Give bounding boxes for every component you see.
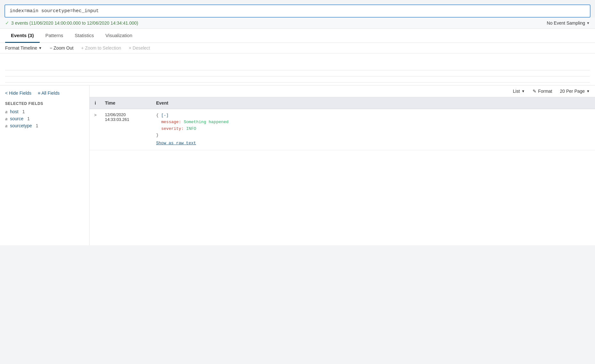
tab-events[interactable]: Events (3) [5, 29, 40, 43]
selected-fields-title: SELECTED FIELDS [5, 101, 84, 106]
sidebar-header: < Hide Fields ≡ All Fields [5, 91, 84, 96]
event-time-line1: 12/06/2020 [105, 112, 148, 117]
per-page-caret: ▼ [586, 89, 590, 93]
col-header-time: Time [101, 97, 152, 109]
main-content: < Hide Fields ≡ All Fields SELECTED FIEL… [0, 85, 595, 245]
events-table: i Time Event > 12/06/2020 14:33:03.261 [90, 97, 595, 150]
table-row: > 12/06/2020 14:33:03.261 { [-] [90, 109, 595, 150]
hide-fields-button[interactable]: < Hide Fields [5, 91, 31, 96]
field-item-source[interactable]: a source 1 [5, 116, 84, 121]
field-count-host: 1 [22, 109, 25, 114]
events-area: List ▼ ✎ Format 20 Per Page ▼ i Time Eve… [90, 85, 595, 245]
list-dropdown-button[interactable]: List ▼ [513, 89, 525, 94]
list-label: List [513, 89, 520, 94]
timeline-area [0, 53, 595, 85]
search-bar-container [4, 4, 591, 18]
checkmark-icon: ✓ [5, 20, 9, 26]
format-timeline-button[interactable]: Format Timeline ▼ [5, 45, 42, 51]
zoom-to-selection-label: + Zoom to Selection [81, 45, 121, 51]
field-item-sourcetype[interactable]: a sourcetype 1 [5, 123, 84, 128]
timeline-line-2 [5, 76, 590, 76]
event-value-severity: INFO [186, 126, 196, 131]
pencil-icon: ✎ [533, 89, 536, 94]
results-text: 3 events (11/06/2020 14:00:00.000 to 12/… [11, 20, 138, 26]
zoom-to-selection-button[interactable]: + Zoom to Selection [81, 45, 121, 51]
field-type-host: a [5, 109, 7, 114]
tab-patterns[interactable]: Patterns [40, 29, 69, 43]
zoom-out-button[interactable]: − Zoom Out [50, 45, 73, 51]
timeline-toolbar: Format Timeline ▼ − Zoom Out + Zoom to S… [0, 43, 595, 53]
search-input[interactable] [10, 8, 585, 14]
sidebar: < Hide Fields ≡ All Fields SELECTED FIEL… [0, 85, 90, 245]
deselect-label: × Deselect [129, 45, 150, 51]
event-content: { [-] message: Something happened [156, 112, 591, 147]
no-sampling-label: No Event Sampling [547, 20, 585, 26]
field-item-host[interactable]: a host 1 [5, 109, 84, 114]
tabs-container: Events (3) Patterns Statistics Visualiza… [0, 29, 595, 43]
tab-statistics[interactable]: Statistics [69, 29, 100, 43]
all-fields-button[interactable]: ≡ All Fields [38, 91, 60, 96]
per-page-label: 20 Per Page [560, 89, 585, 94]
event-close-brace: } [156, 133, 159, 138]
field-type-source: a [5, 116, 7, 121]
field-name-host: host [10, 109, 18, 114]
tab-visualization[interactable]: Visualization [100, 29, 138, 43]
event-key-message: message: [161, 120, 181, 124]
event-bracket[interactable]: [-] [161, 113, 169, 118]
show-raw-text-link[interactable]: Show as raw text [156, 140, 591, 147]
deselect-button[interactable]: × Deselect [129, 45, 150, 51]
list-caret: ▼ [521, 89, 525, 93]
timeline-lines [0, 65, 595, 85]
event-time-line2: 14:33:03.261 [105, 117, 148, 122]
col-header-info: i [90, 97, 101, 109]
events-toolbar: List ▼ ✎ Format 20 Per Page ▼ [90, 85, 595, 97]
field-count-sourcetype: 1 [36, 123, 38, 128]
zoom-out-label: − Zoom Out [50, 45, 73, 51]
format-timeline-label: Format Timeline [5, 45, 37, 51]
field-name-source: source [10, 116, 23, 121]
field-type-sourcetype: a [5, 123, 7, 128]
field-count-source: 1 [27, 116, 30, 121]
timeline-line-3 [5, 82, 590, 83]
format-button[interactable]: ✎ Format [533, 89, 552, 94]
per-page-dropdown-button[interactable]: 20 Per Page ▼ [560, 89, 590, 94]
no-sampling-dropdown[interactable]: No Event Sampling ▼ [547, 20, 590, 26]
table-header-row: i Time Event [90, 97, 595, 109]
format-timeline-caret: ▼ [38, 46, 42, 50]
timeline-line-1 [5, 70, 590, 70]
results-check: ✓ 3 events (11/06/2020 14:00:00.000 to 1… [5, 20, 138, 26]
event-key-severity: severity: [161, 126, 184, 131]
event-value-message: Something happened [184, 120, 228, 124]
event-open-brace: { [156, 113, 159, 118]
field-name-sourcetype: sourcetype [10, 123, 32, 128]
col-header-event: Event [152, 97, 595, 109]
format-label: Format [538, 89, 552, 94]
results-bar: ✓ 3 events (11/06/2020 14:00:00.000 to 1… [0, 18, 595, 29]
no-sampling-caret: ▼ [586, 21, 590, 25]
expand-icon[interactable]: > [94, 113, 97, 117]
